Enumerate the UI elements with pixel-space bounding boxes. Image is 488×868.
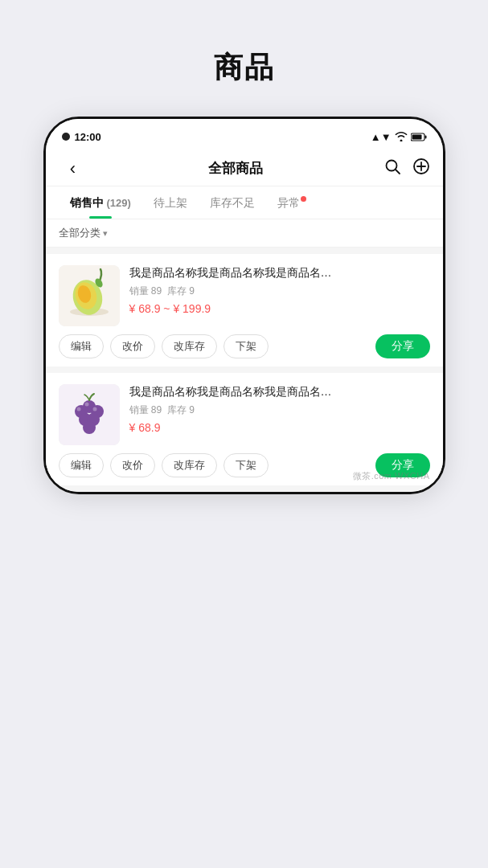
product-actions-1: 编辑 改价 改库存 下架 分享: [59, 334, 430, 358]
tabs-bar: 销售中 (129) 待上架 库存不足 异常: [46, 186, 443, 219]
tab-pending[interactable]: 待上架: [142, 186, 199, 219]
product-name-1: 我是商品名称我是商品名称我是商品名称我是...: [129, 265, 338, 281]
svg-rect-1: [424, 135, 426, 138]
status-bar: 12:00 ▲▼: [46, 119, 443, 151]
restock-button-2[interactable]: 改库存: [162, 453, 217, 477]
nav-title: 全部商品: [208, 159, 263, 178]
watermark: 微茶.com WXCHA: [353, 470, 430, 482]
wifi-icon: [395, 132, 408, 141]
filter-label[interactable]: 全部分类 ▾: [59, 226, 108, 240]
back-button[interactable]: ‹: [59, 158, 88, 179]
edit-button-2[interactable]: 编辑: [59, 453, 104, 477]
tab-on-sale[interactable]: 销售中 (129): [59, 186, 142, 219]
product-price-1: ¥ 68.9 ~ ¥ 199.9: [129, 302, 430, 315]
share-button-1[interactable]: 分享: [375, 334, 430, 358]
product-meta-1: 销量 89 库存 9: [129, 285, 430, 298]
reprice-button-2[interactable]: 改价: [110, 453, 155, 477]
product-info-2: 我是商品名称我是商品名称我是商品名称我是... 销量 89 库存 9 ¥ 68.…: [129, 384, 430, 434]
svg-point-21: [84, 403, 88, 407]
restock-button-1[interactable]: 改库存: [162, 334, 217, 358]
svg-point-23: [92, 407, 96, 411]
status-time: 12:00: [75, 131, 101, 143]
status-icons: ▲▼: [371, 131, 427, 143]
svg-rect-2: [412, 134, 421, 139]
nav-actions: [383, 158, 430, 179]
nav-bar: ‹ 全部商品: [46, 151, 443, 186]
tab-badge: [301, 196, 306, 202]
svg-line-4: [396, 170, 400, 174]
phone-frame: 12:00 ▲▼ ‹ 全部商品: [43, 117, 445, 494]
product-list: 我是商品名称我是商品名称我是商品名称我是... 销量 89 库存 9 ¥ 68.…: [46, 248, 443, 492]
battery-icon: [411, 133, 427, 141]
edit-button-1[interactable]: 编辑: [59, 334, 104, 358]
tab-abnormal[interactable]: 异常: [266, 186, 318, 219]
tab-low-stock[interactable]: 库存不足: [199, 186, 266, 219]
product-info-1: 我是商品名称我是商品名称我是商品名称我是... 销量 89 库存 9 ¥ 68.…: [129, 265, 430, 315]
product-name-2: 我是商品名称我是商品名称我是商品名称我是...: [129, 384, 338, 400]
camera-dot: [62, 133, 70, 141]
product-card-1: 我是商品名称我是商品名称我是商品名称我是... 销量 89 库存 9 ¥ 68.…: [46, 254, 443, 366]
product-card-2: 我是商品名称我是商品名称我是商品名称我是... 销量 89 库存 9 ¥ 68.…: [46, 373, 443, 485]
filter-arrow-icon: ▾: [103, 228, 108, 239]
product-image-2: [59, 384, 120, 445]
product-meta-2: 销量 89 库存 9: [129, 403, 430, 417]
filter-bar: 全部分类 ▾: [46, 219, 443, 248]
svg-point-20: [83, 421, 96, 434]
signal-icon: ▲▼: [371, 131, 392, 143]
search-icon[interactable]: [383, 158, 401, 179]
product-price-2: ¥ 68.9: [129, 421, 430, 434]
product-image-1: [59, 265, 120, 326]
takedown-button-2[interactable]: 下架: [223, 453, 269, 477]
reprice-button-1[interactable]: 改价: [110, 334, 155, 358]
page-title: 商品: [214, 48, 275, 88]
add-icon[interactable]: [412, 158, 430, 179]
takedown-button-1[interactable]: 下架: [223, 334, 269, 358]
svg-point-22: [76, 407, 80, 411]
